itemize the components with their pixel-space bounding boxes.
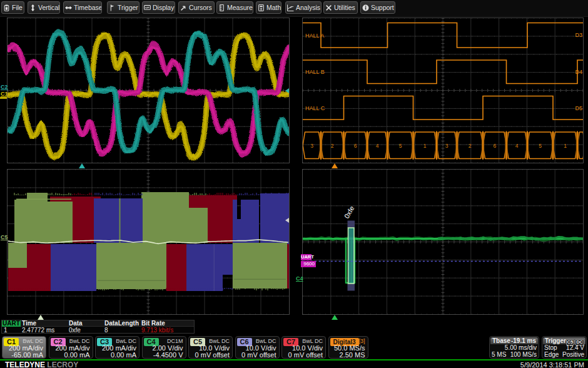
svg-text:2: 2 <box>331 143 334 149</box>
svg-text:D4: D4 <box>575 69 582 75</box>
svg-text:2: 2 <box>469 143 472 149</box>
svg-text:D5: D5 <box>575 105 582 111</box>
svg-text:5: 5 <box>539 143 542 149</box>
svg-text:D3: D3 <box>575 32 582 38</box>
svg-text:0xfe: 0xfe <box>343 205 356 220</box>
svg-text:HALL B: HALL B <box>305 69 325 75</box>
svg-text:6: 6 <box>493 143 496 149</box>
svg-text:1: 1 <box>564 143 567 149</box>
svg-text:3: 3 <box>310 143 313 149</box>
svg-text:5: 5 <box>399 143 402 149</box>
svg-text:3: 3 <box>445 143 449 149</box>
svg-text:HALL A: HALL A <box>305 33 324 39</box>
svg-text:6: 6 <box>354 143 357 149</box>
svg-text:HALL C: HALL C <box>305 105 325 111</box>
svg-text:1: 1 <box>423 143 427 149</box>
svg-text:4: 4 <box>515 143 519 149</box>
svg-text:4: 4 <box>376 143 379 149</box>
